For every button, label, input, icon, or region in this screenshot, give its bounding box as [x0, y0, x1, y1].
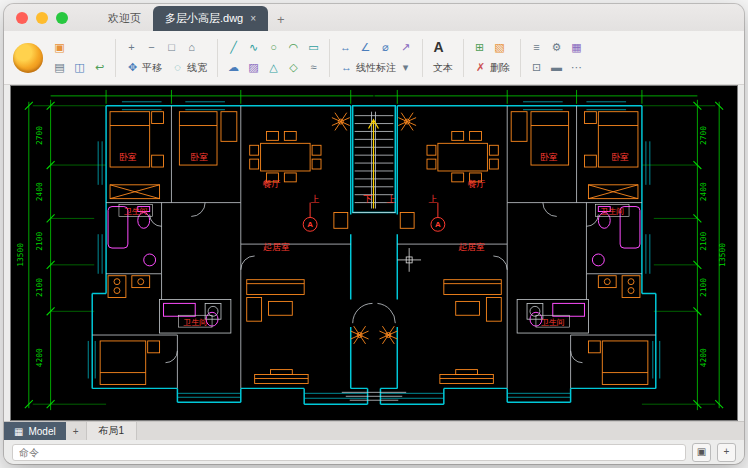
tab-strip: 欢迎页 多层小高层.dwg × +: [96, 4, 294, 31]
zoom-pan-group: + − □ ⌂ ✥ 平移 ◌ 线宽: [119, 39, 214, 76]
app-logo[interactable]: [13, 43, 43, 73]
model-tab-icon: ▦: [14, 426, 23, 437]
tab-layout1[interactable]: 布局1: [87, 422, 138, 440]
floorplan-svg: 2700 2400 2100 2100 4200 13500 2700 2400…: [11, 86, 737, 420]
modify-group: ⊞ ▧ ✗ 删除: [467, 39, 517, 76]
rectangle-tool-icon[interactable]: ▭: [305, 39, 322, 56]
lineweight-label: 线宽: [187, 61, 207, 75]
room-label-bedroom: 卧室: [540, 152, 558, 162]
stair-label-up: 上: [428, 194, 437, 204]
erase-button[interactable]: ✗ 删除: [471, 59, 513, 76]
hatch-tool-icon[interactable]: ▨: [245, 59, 262, 76]
layout1-tab-label: 布局1: [99, 424, 125, 438]
layout-tab-bar: ▦ Model + 布局1: [4, 421, 744, 440]
save-icon[interactable]: ◫: [71, 59, 88, 76]
print-icon[interactable]: ▤: [51, 59, 68, 76]
zoom-window-button[interactable]: [56, 12, 68, 24]
revcloud-tool-icon[interactable]: ☁: [225, 59, 242, 76]
toolbar-separator: [217, 39, 218, 77]
pan-label: 平移: [142, 61, 162, 75]
line-tool-icon[interactable]: ╱: [225, 39, 242, 56]
dim-angle-icon[interactable]: ∠: [357, 39, 374, 56]
zoom-extents-icon[interactable]: ⌂: [183, 39, 200, 56]
toolbar-separator: [422, 39, 423, 77]
dim-left-1: 2700: [35, 126, 44, 145]
linear-dimension-icon: ↔: [340, 59, 353, 76]
pan-icon: ✥: [126, 59, 139, 76]
image-icon[interactable]: ▧: [491, 39, 508, 56]
room-label-bathroom: 卫生间: [183, 318, 207, 327]
tab-drawing[interactable]: 多层小高层.dwg ×: [153, 6, 268, 31]
zoom-out-icon[interactable]: −: [143, 39, 160, 56]
dim-radius-icon[interactable]: ⌀: [377, 39, 394, 56]
linear-dimension-label: 线性标注: [356, 61, 396, 75]
diamond-tool-icon[interactable]: ◇: [285, 59, 302, 76]
model-tab-label: Model: [28, 426, 55, 437]
file-group: ▣ ▤ ◫ ↩: [47, 39, 112, 76]
dim-right-1: 2700: [699, 126, 708, 145]
titlebar: 欢迎页 多层小高层.dwg × +: [4, 4, 744, 31]
tab-model[interactable]: ▦ Model: [4, 422, 66, 440]
circle-tool-icon[interactable]: ○: [265, 39, 282, 56]
zoom-in-icon[interactable]: +: [123, 39, 140, 56]
polyline-tool-icon[interactable]: ∿: [245, 39, 262, 56]
dim-left-3: 2100: [35, 231, 44, 250]
dim-right-2: 2400: [699, 182, 708, 201]
minimize-window-button[interactable]: [36, 12, 48, 24]
layers-icon[interactable]: ≡: [528, 39, 545, 56]
room-label-bathroom: 卫生间: [541, 318, 565, 327]
window-controls: [16, 12, 68, 24]
room-label-bathroom: 卫生间: [124, 207, 148, 216]
palette-icon[interactable]: ▦: [568, 39, 585, 56]
statusbar: ▣ +: [4, 440, 744, 464]
toolbar-separator: [115, 39, 116, 77]
settings-gear-icon[interactable]: ⚙: [548, 39, 565, 56]
add-layout-button[interactable]: +: [66, 422, 87, 440]
lineweight-button[interactable]: ◌ 线宽: [168, 59, 210, 76]
more-icon[interactable]: ⋯: [568, 59, 585, 76]
room-label-bedroom: 卧室: [190, 152, 208, 162]
add-view-icon[interactable]: +: [717, 443, 736, 462]
text-tool-icon[interactable]: A: [430, 39, 447, 56]
dim-left-5: 4200: [35, 348, 44, 367]
text-group: A 文本: [426, 39, 460, 76]
panel-toggle-icon[interactable]: ▣: [692, 443, 711, 462]
toolbar-separator: [329, 39, 330, 77]
stair-label-up: 上: [311, 194, 320, 204]
section-marker-a: A: [307, 220, 313, 229]
table-icon[interactable]: ⊞: [471, 39, 488, 56]
room-label-bathroom: 卫生间: [600, 207, 624, 216]
undo-icon[interactable]: ↩: [91, 59, 108, 76]
tab-welcome-label: 欢迎页: [108, 12, 141, 24]
spline-tool-icon[interactable]: ≈: [305, 59, 322, 76]
open-file-icon[interactable]: ▣: [51, 39, 68, 56]
leader-icon[interactable]: ↗: [397, 39, 414, 56]
dim-right-total: 13500: [718, 243, 727, 267]
zoom-window-icon[interactable]: □: [163, 39, 180, 56]
tab-close-icon[interactable]: ×: [250, 13, 256, 24]
erase-label: 删除: [490, 61, 510, 75]
dim-right-3: 2100: [699, 231, 708, 250]
polygon-tool-icon[interactable]: △: [265, 59, 282, 76]
close-window-button[interactable]: [16, 12, 28, 24]
linear-dimension-button[interactable]: ↔ 线性标注 ▾: [337, 59, 415, 76]
tab-welcome[interactable]: 欢迎页: [96, 6, 153, 31]
command-input[interactable]: [12, 444, 686, 461]
lineweight-icon: ◌: [171, 59, 184, 76]
section-marker-a: A: [435, 220, 441, 229]
room-label-bedroom: 卧室: [611, 152, 629, 162]
room-label-bedroom: 卧室: [119, 152, 137, 162]
right-unit-layer: [374, 90, 723, 410]
left-unit-layer: [25, 90, 374, 410]
stair-label-down: 下: [363, 194, 372, 204]
grid-icon[interactable]: ⊡: [528, 59, 545, 76]
pan-button[interactable]: ✥ 平移: [123, 59, 165, 76]
dim-linear-icon[interactable]: ↔: [337, 39, 354, 56]
text-button[interactable]: 文本: [430, 59, 456, 76]
dim-left-total: 13500: [16, 243, 25, 267]
new-tab-button[interactable]: +: [268, 8, 294, 31]
arc-tool-icon[interactable]: ◠: [285, 39, 302, 56]
ruler-icon[interactable]: ▬: [548, 59, 565, 76]
drawing-canvas[interactable]: 2700 2400 2100 2100 4200 13500 2700 2400…: [10, 85, 738, 421]
app-window: 欢迎页 多层小高层.dwg × + ▣ ▤ ◫ ↩ + −: [4, 4, 744, 464]
